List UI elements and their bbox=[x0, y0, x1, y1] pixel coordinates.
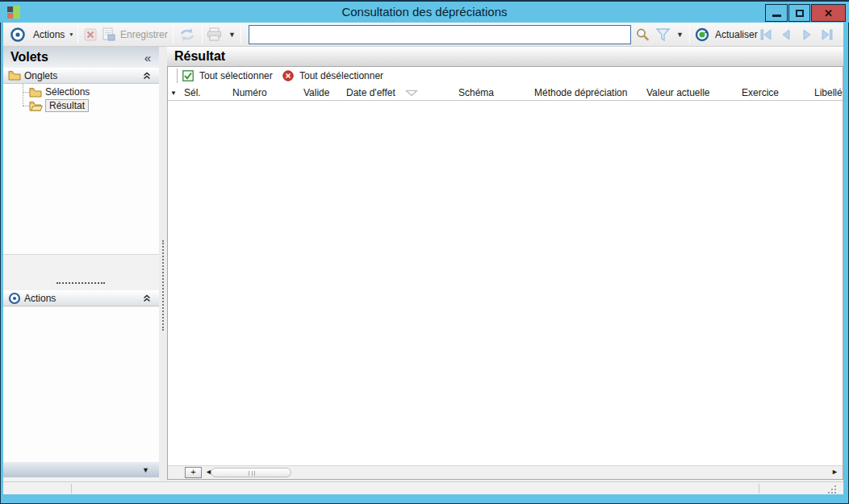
horizontal-scrollbar-thumb[interactable] bbox=[211, 468, 291, 477]
tree-item-label-selected: Résultat bbox=[45, 99, 89, 112]
chevron-down-icon: ▼ bbox=[69, 31, 74, 38]
panel-splitter[interactable] bbox=[159, 47, 167, 481]
chevron-double-up-icon[interactable] bbox=[143, 72, 151, 80]
window-frame: Actions ▼ bbox=[3, 23, 843, 494]
column-header-schema[interactable]: Schéma bbox=[458, 87, 494, 98]
title-bar: Consultation des dépréciations ✕ bbox=[0, 0, 849, 23]
toolbar-separator bbox=[173, 25, 174, 44]
select-all-button[interactable]: Tout sélectionner bbox=[182, 67, 273, 85]
minimize-button[interactable] bbox=[765, 4, 788, 22]
sidebar-splitter-handle[interactable] bbox=[56, 282, 105, 284]
onglets-tree-panel: Onglets bbox=[3, 68, 159, 255]
nav-next-button[interactable] bbox=[801, 23, 813, 46]
nav-first-icon bbox=[759, 28, 773, 41]
add-row-button[interactable]: + bbox=[185, 467, 202, 478]
actualiser-button[interactable]: Actualiser bbox=[695, 23, 758, 46]
actualiser-icon bbox=[695, 27, 709, 42]
column-header-numero[interactable]: Numéro bbox=[232, 87, 267, 98]
tree-item-selections[interactable]: Sélections bbox=[29, 85, 90, 98]
sidebar-bottom-collapse-bar[interactable]: ▼ bbox=[3, 462, 159, 477]
nav-first-button[interactable] bbox=[759, 23, 773, 46]
red-circle-x-icon bbox=[282, 70, 294, 81]
horizontal-scrollbar-row: + ◄ ► bbox=[168, 465, 843, 479]
table-body-empty bbox=[168, 101, 843, 465]
refresh-button[interactable] bbox=[179, 23, 195, 46]
folder-closed-icon bbox=[29, 87, 42, 98]
maximize-icon bbox=[796, 10, 804, 17]
delete-icon bbox=[84, 28, 97, 41]
sidebar-title: Volets bbox=[3, 50, 144, 65]
minimize-icon bbox=[772, 15, 781, 17]
tree-item-label: Sélections bbox=[45, 86, 90, 98]
maximize-button[interactable] bbox=[788, 4, 810, 22]
group-header-onglets[interactable]: Onglets bbox=[3, 68, 159, 84]
nav-previous-icon bbox=[780, 28, 793, 41]
result-title: Résultat bbox=[167, 49, 225, 64]
collapse-left-icon[interactable]: « bbox=[144, 51, 159, 65]
nav-previous-button[interactable] bbox=[780, 23, 793, 46]
printer-icon bbox=[207, 27, 222, 41]
nav-next-icon bbox=[801, 28, 813, 41]
search-input[interactable] bbox=[249, 25, 631, 44]
scroll-right-icon[interactable]: ► bbox=[831, 468, 839, 476]
deselect-all-button[interactable]: Tout désélectionner bbox=[282, 67, 383, 85]
column-header-date-effet[interactable]: Date d'effet bbox=[346, 87, 395, 98]
main-pane: Résultat Tout sélectionner bbox=[167, 47, 843, 481]
tree-item-resultat[interactable]: Résultat bbox=[29, 99, 89, 112]
row-selector-dropdown-icon[interactable]: ▼ bbox=[170, 90, 177, 97]
column-header-sel[interactable]: Sél. bbox=[184, 87, 201, 98]
group-header-actions[interactable]: Actions bbox=[3, 290, 159, 306]
refresh-icon bbox=[179, 27, 195, 42]
filter-dropdown-icon[interactable]: ▼ bbox=[676, 31, 684, 39]
delete-button[interactable] bbox=[84, 23, 97, 46]
nav-last-icon bbox=[820, 28, 834, 41]
statusbar-separator bbox=[759, 484, 759, 494]
toolbar-separator bbox=[177, 69, 178, 83]
filter-funnel-icon bbox=[655, 27, 671, 42]
sort-indicator-icon[interactable] bbox=[405, 90, 418, 97]
actions-menu-button[interactable]: Actions ▼ bbox=[10, 23, 75, 46]
panel-splitter-handle[interactable] bbox=[162, 240, 164, 331]
status-bar bbox=[3, 481, 843, 494]
main-toolbar: Actions ▼ bbox=[3, 23, 843, 47]
sidebar-header: Volets « bbox=[3, 47, 159, 68]
toolbar-separator bbox=[77, 25, 78, 44]
filter-button[interactable]: ▼ bbox=[655, 23, 684, 46]
toolbar-separator bbox=[202, 25, 203, 44]
toolbar-separator bbox=[240, 25, 241, 44]
nav-last-button[interactable] bbox=[820, 23, 834, 46]
magnifier-icon bbox=[635, 27, 650, 42]
table-header-row: ▼ Sél. Numéro Valide Date d'effet Schéma… bbox=[168, 85, 843, 101]
sidebar-volets: Volets « Onglets bbox=[3, 47, 159, 481]
tree-connector bbox=[23, 106, 29, 106]
column-header-exercice[interactable]: Exercice bbox=[742, 87, 779, 98]
column-header-valeur[interactable]: Valeur actuelle bbox=[646, 87, 710, 98]
column-header-methode[interactable]: Méthode dépréciation bbox=[534, 87, 627, 98]
save-button[interactable]: Enregistrer bbox=[102, 23, 168, 46]
result-panel: Tout sélectionner Tout désélectionner bbox=[167, 66, 843, 480]
selection-toolbar: Tout sélectionner Tout désélectionner bbox=[168, 67, 843, 85]
column-header-libelle[interactable]: Libellé bbox=[814, 87, 843, 98]
tree-connector bbox=[23, 92, 29, 93]
chevron-down-icon: ▼ bbox=[142, 466, 159, 474]
folder-open-icon bbox=[29, 101, 43, 111]
actions-panel-body bbox=[3, 307, 159, 462]
statusbar-separator bbox=[71, 484, 72, 494]
chevron-double-up-icon[interactable] bbox=[143, 294, 151, 302]
folder-icon bbox=[8, 70, 21, 81]
print-dropdown-icon[interactable]: ▼ bbox=[228, 31, 236, 39]
close-button[interactable]: ✕ bbox=[811, 4, 846, 22]
search-button[interactable] bbox=[635, 23, 650, 46]
actions-target-icon bbox=[10, 27, 26, 43]
print-button[interactable]: ▼ bbox=[207, 23, 236, 46]
save-icon bbox=[102, 27, 115, 41]
tree-connector bbox=[23, 84, 23, 106]
checkbox-checked-icon bbox=[182, 70, 194, 81]
column-header-valide[interactable]: Valide bbox=[303, 87, 329, 98]
result-header: Résultat bbox=[167, 47, 843, 66]
toolbar-separator bbox=[689, 25, 690, 44]
window-title: Consultation des dépréciations bbox=[0, 5, 849, 19]
resize-grip-icon[interactable] bbox=[828, 485, 838, 494]
scrollbar-grip-icon bbox=[249, 471, 255, 476]
actions-target-icon bbox=[8, 292, 21, 305]
